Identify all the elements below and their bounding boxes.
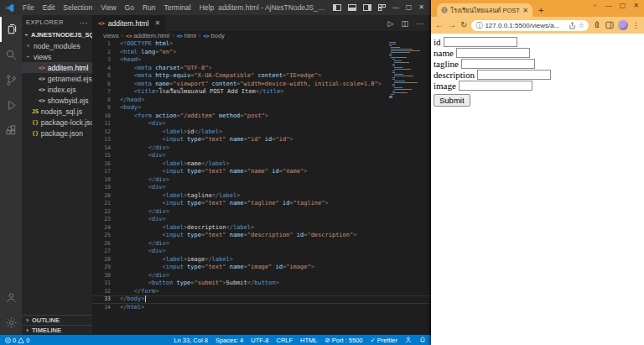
status-ln-33-col-8[interactable]: Ln 33, Col 8 [174,337,207,344]
code-line-17[interactable]: 17 <input type="text" name="name" id="na… [92,168,431,176]
menu-file[interactable]: File [18,3,39,12]
tree-item-showbyid.ejs[interactable]: <>showbyid.ejs [22,95,92,106]
tagline-input[interactable] [461,59,535,69]
port-status[interactable]: ⊘ Port : 5500 [325,337,363,344]
code-line-9[interactable]: 9<body> [92,104,431,112]
code-line-1[interactable]: 1<!DOCTYPE html> [92,40,431,49]
code-line-19[interactable]: 19 <div> [92,184,431,192]
code-line-16[interactable]: 16 <label>name</label> [92,160,431,169]
menu-run[interactable]: Run [138,3,160,12]
code-line-33[interactable]: 33</body> [92,295,431,304]
address-bar[interactable]: ⓘ 127.0.0.1:5500/views/a... ☆ [471,20,589,31]
new-tab-button[interactable]: + [538,6,543,15]
feedback-icon[interactable] [405,337,412,343]
prettier-status[interactable]: ✓ Prettier [371,337,397,344]
code-line-11[interactable]: 11 <div> [92,120,431,128]
tree-item-additem.html[interactable]: <>additem.html [22,62,92,73]
explorer-icon[interactable] [0,17,22,42]
tree-item-getnameid.ejs[interactable]: <>getnameid.ejs [22,73,92,84]
problems-status[interactable]: 0 0 [5,337,29,344]
section-timeline[interactable]: ›TIMELINE [22,325,92,335]
tab-search-icon[interactable]: › [591,3,599,8]
search-icon[interactable] [0,42,22,67]
more-actions-icon[interactable]: ··· [416,19,423,28]
extensions-icon[interactable] [0,118,22,143]
tree-item-node_modules[interactable]: ›node_modules [22,40,92,51]
breadcrumb-item-additem.html[interactable]: <>additem.html [126,32,169,39]
source-control-icon[interactable] [0,67,22,92]
code-line-34[interactable]: 34</html> [92,304,431,312]
bell-icon[interactable] [419,337,426,343]
side-panel-icon[interactable] [605,21,614,29]
code-line-30[interactable]: 30 </div> [92,272,431,280]
back-icon[interactable]: ← [435,21,444,29]
status-html[interactable]: HTML [300,337,317,344]
code-line-18[interactable]: 18 </div> [92,176,431,185]
toggle-panel-icon[interactable] [348,4,356,11]
tree-item-package.json[interactable]: {}package.json [22,128,92,139]
accounts-icon[interactable] [0,285,22,310]
status-crlf[interactable]: CRLF [277,337,293,344]
code-editor[interactable]: 1<!DOCTYPE html>2<html lang="en">3<head>… [92,40,431,335]
minimize-button[interactable]: — [392,4,399,11]
sidebar-more-actions-icon[interactable]: ··· [80,18,89,27]
code-line-13[interactable]: 13 <input type="text" name="id" id="id"> [92,136,431,144]
toggle-sidebar-icon[interactable] [333,4,341,11]
tree-item-index.ejs[interactable]: <>index.ejs [22,84,92,95]
code-line-2[interactable]: 2<html lang="en"> [92,49,431,57]
code-line-5[interactable]: 5 <meta http-equiv="X-UA-Compatible" con… [92,72,431,81]
menu-terminal[interactable]: Terminal [160,3,195,12]
code-line-14[interactable]: 14 </div> [92,144,431,153]
profile-avatar[interactable] [618,20,628,30]
code-line-6[interactable]: 6 <meta name="viewport" content="width=d… [92,81,431,89]
code-line-24[interactable]: 24 <label>description</label> [92,224,431,233]
breadcrumb-item-body[interactable]: <>body [203,32,225,39]
menu-edit[interactable]: Edit [39,3,60,12]
menu-view[interactable]: View [96,3,120,12]
code-line-20[interactable]: 20 <label>tagline</label> [92,192,431,201]
menu-go[interactable]: Go [121,3,138,12]
close-button[interactable]: ✕ [418,4,424,11]
tab-additem-html[interactable]: <> additem.html ✕ [92,15,166,31]
browser-menu-icon[interactable]: ⋮ [632,21,640,29]
code-line-21[interactable]: 21 <input type="text" name="tagline" id=… [92,200,431,208]
browser-close-button[interactable]: ✕ [633,2,639,9]
browser-tab-close-icon[interactable]: ✕ [522,7,528,14]
code-line-10[interactable]: 10 <form action="/additem" method="post"… [92,112,431,121]
code-line-23[interactable]: 23 <div> [92,216,431,224]
reload-icon[interactable]: ↻ [460,21,467,29]
name-input[interactable] [456,48,530,58]
tree-item-nodejs_sql.js[interactable]: JSnodejs_sql.js [22,106,92,117]
code-line-8[interactable]: 8</head> [92,97,431,105]
browser-tab[interactable]: โรงเรียนไทยแลนด์ POST Add Item ✕ [437,3,532,17]
description-input[interactable] [477,70,551,80]
run-debug-icon[interactable] [0,92,22,118]
tab-close-icon[interactable]: ✕ [155,19,161,27]
code-line-27[interactable]: 27 <div> [92,248,431,256]
code-line-32[interactable]: 32 </form> [92,288,431,296]
breadcrumb-item-views[interactable]: views [103,32,119,39]
settings-gear-icon[interactable] [0,310,22,335]
code-line-28[interactable]: 28 <label>image</label> [92,256,431,264]
code-line-4[interactable]: 4 <meta charset="UTF-8"> [92,65,431,73]
workspace-root-row[interactable]: › AJNESTNODEJS_SQL [22,29,92,40]
code-line-12[interactable]: 12 <label>id</label> [92,128,431,137]
customize-layout-icon[interactable] [378,4,386,11]
code-line-25[interactable]: 25 <input type="text" name="description"… [92,232,431,240]
code-line-26[interactable]: 26 </div> [92,240,431,248]
tree-item-package-lock.json[interactable]: {}package-lock.json [22,117,92,128]
site-info-icon[interactable]: ⓘ [475,21,482,30]
maximize-button[interactable]: ▢ [406,4,413,11]
id-input[interactable] [444,37,517,47]
status-spaces-4[interactable]: Spaces: 4 [216,337,243,344]
bookmark-star-icon[interactable]: ☆ [579,22,584,29]
code-line-31[interactable]: 31 <button type="submit">Submit</button> [92,280,431,288]
share-icon[interactable] [569,22,576,29]
breadcrumb-item-html[interactable]: <>html [177,32,196,39]
code-line-7[interactable]: 7 <title>โรงเรียนไทยแลนด์ POST Add Item<… [92,88,431,97]
forward-icon[interactable]: → [448,21,456,29]
extensions-puzzle-icon[interactable] [593,21,601,29]
menu-selection[interactable]: Selection [59,3,96,12]
run-file-icon[interactable]: ▷ [388,19,394,28]
code-line-29[interactable]: 29 <input type="text" name="image" id="i… [92,264,431,272]
